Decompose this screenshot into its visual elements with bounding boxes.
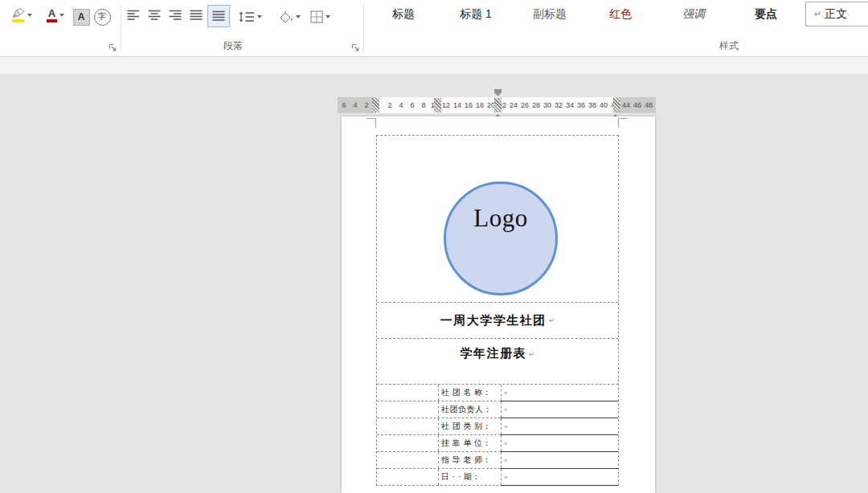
ruler-number: 28	[530, 97, 542, 113]
font-color-icon: A	[47, 9, 57, 22]
ruler-active-numbers: 2 4 6 8 10 12 14 16 18 20 22 24 26 28 30…	[384, 97, 620, 113]
logo-text: Logo	[446, 204, 555, 233]
ruler-number: 18	[474, 97, 485, 113]
ruler-number: 6	[338, 97, 350, 113]
shading-icon	[278, 10, 293, 23]
end-of-cell-mark: ¤	[504, 406, 507, 414]
form-label-cell[interactable]: 社团负责人：	[439, 401, 502, 418]
distribute-text-button[interactable]	[207, 5, 230, 27]
ruler-number: 36	[575, 97, 587, 113]
table-column-marker[interactable]	[494, 98, 502, 112]
form-row-affiliated-unit: 挂 靠 单 位： ¤	[377, 435, 618, 452]
form-row-club-leader: 社团负责人： ¤	[377, 401, 618, 418]
line-spacing-button[interactable]	[235, 6, 264, 28]
form-field-cell[interactable]: ¤	[502, 385, 618, 401]
ruler-number: 26	[519, 97, 530, 113]
table-column-marker[interactable]	[372, 98, 379, 112]
font-color-button[interactable]: A	[42, 4, 69, 26]
form-row-club-category: 社 团 类 别： ¤	[377, 418, 618, 435]
shading-button[interactable]	[276, 6, 303, 28]
ruler-number: 8	[418, 97, 429, 113]
form-field-cell[interactable]: ¤	[502, 401, 618, 418]
form-empty-cell[interactable]	[377, 435, 439, 451]
ruler-number: 30	[542, 97, 553, 113]
dropdown-arrow-icon[interactable]	[59, 14, 64, 17]
end-of-cell-mark: ¤	[504, 440, 507, 447]
style-item-keypoints[interactable]: 要点	[740, 3, 792, 24]
logo-cell[interactable]: Logo	[377, 136, 618, 303]
logo-circle-shape[interactable]: Logo	[444, 181, 558, 295]
form-empty-cell[interactable]	[377, 401, 439, 418]
text-highlight-button[interactable]	[5, 4, 39, 26]
align-right-button[interactable]	[166, 6, 185, 25]
ruler-number: 2	[361, 97, 372, 113]
paragraph-mark: ↵	[529, 346, 535, 362]
form-empty-cell[interactable]	[377, 469, 439, 485]
dropdown-arrow-icon[interactable]	[27, 14, 32, 17]
borders-button[interactable]	[306, 6, 334, 28]
paragraph-mark-icon: ↵	[814, 9, 821, 19]
group-separator	[363, 4, 364, 52]
title-cell-line1[interactable]: 一周大学学生社团 ↵	[377, 303, 618, 339]
dropdown-arrow-icon[interactable]	[257, 15, 262, 18]
paragraph-group-label: 段落	[113, 39, 354, 52]
table-column-marker[interactable]	[613, 98, 620, 112]
ruler-number: 6	[407, 97, 418, 113]
form-empty-cell[interactable]	[377, 385, 439, 401]
form-field-cell[interactable]: ¤	[502, 418, 618, 434]
ruler-number: 4	[395, 97, 407, 113]
align-center-button[interactable]	[145, 6, 164, 25]
ruler-number: 4	[350, 97, 361, 113]
dropdown-arrow-icon[interactable]	[326, 15, 330, 18]
ruler-number: 46	[632, 97, 643, 113]
form-label-cell[interactable]: 社 团 类 别：	[439, 418, 502, 434]
end-of-cell-mark: ¤	[504, 474, 507, 481]
character-shading-icon: A	[73, 9, 90, 26]
style-item-title[interactable]: 标题	[378, 3, 429, 24]
distribute-icon	[212, 10, 225, 22]
font-color-letter: A	[48, 9, 55, 18]
ruler-number: 32	[553, 97, 564, 113]
ruler-number: 24	[508, 97, 519, 113]
ruler-number: 2	[384, 97, 395, 113]
form-empty-cell[interactable]	[377, 452, 439, 468]
dropdown-arrow-icon[interactable]	[296, 15, 301, 18]
text-boundary-crop-mark	[366, 118, 376, 128]
ruler-number: 16	[463, 97, 474, 113]
form-empty-cell[interactable]	[377, 418, 439, 434]
style-item-red[interactable]: 红色	[595, 3, 646, 24]
form-field-cell[interactable]: ¤	[502, 452, 618, 468]
style-item-normal-label: 正文	[825, 7, 847, 22]
justify-button[interactable]	[186, 6, 206, 25]
form-field-cell[interactable]: ¤	[502, 469, 618, 485]
ruler-left-numbers: 6 4 2	[338, 97, 372, 113]
style-item-subtitle[interactable]: 副标题	[518, 3, 582, 24]
ruler-number: 12	[440, 97, 452, 113]
paragraph-mark: ↵	[549, 316, 555, 324]
form-label-cell[interactable]: 社 团 名 称：	[439, 385, 502, 401]
form-label-cell[interactable]: 日 · · 期：	[439, 469, 502, 485]
title-cell-line2[interactable]: 学年注册表 ↵	[377, 339, 618, 385]
table-column-marker[interactable]	[434, 98, 441, 112]
ruler-number: 48	[643, 97, 654, 113]
paragraph-dialog-launcher-button[interactable]	[350, 42, 361, 52]
character-shading-button[interactable]: A	[72, 6, 91, 28]
enclose-character-icon: 字	[94, 9, 111, 26]
style-item-heading1[interactable]: 标题 1	[444, 3, 508, 24]
document-page[interactable]: Logo 一周大学学生社团 ↵ 学年注册表 ↵ 社 团 名 称： ¤ 社团负责人…	[342, 116, 655, 493]
ruler-number: 38	[587, 97, 598, 113]
word-app-window: A A 字	[0, 0, 868, 493]
end-of-cell-mark: ¤	[504, 423, 507, 430]
registration-table: Logo 一周大学学生社团 ↵ 学年注册表 ↵ 社 团 名 称： ¤ 社团负责人…	[376, 135, 619, 486]
text-highlight-icon	[12, 8, 25, 22]
form-label-cell[interactable]: 挂 靠 单 位：	[439, 435, 502, 451]
form-label-cell[interactable]: 指 导 老 师：	[439, 452, 502, 468]
text-boundary-crop-mark	[618, 118, 628, 128]
end-of-cell-mark: ¤	[504, 389, 507, 397]
enclose-characters-button[interactable]: 字	[92, 6, 112, 28]
style-item-emphasis[interactable]: 强调	[668, 3, 719, 24]
align-left-button[interactable]	[124, 6, 143, 25]
style-item-normal-selected[interactable]: ↵ 正文	[805, 2, 868, 26]
form-row-club-name: 社 团 名 称： ¤	[377, 385, 618, 401]
form-field-cell[interactable]: ¤	[502, 435, 618, 451]
